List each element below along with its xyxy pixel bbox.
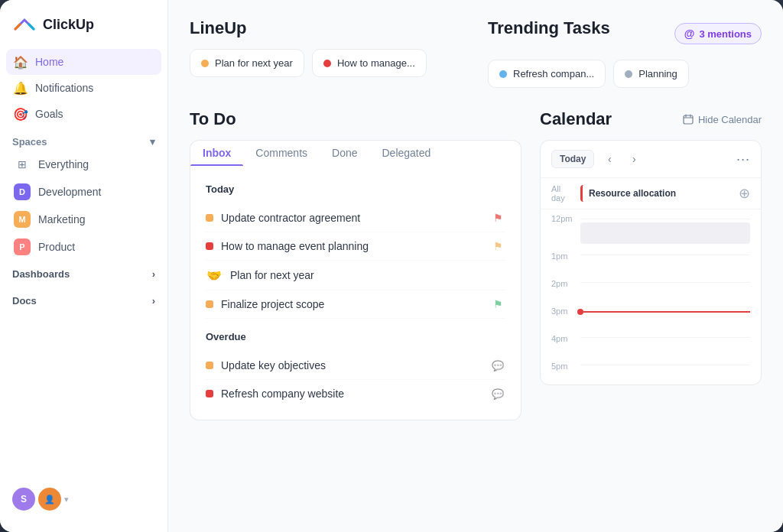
task-name-4: Update key objectives — [221, 359, 482, 371]
sidebar-item-everything[interactable]: ⊞ Everything — [6, 151, 161, 178]
calendar-event-block-12pm[interactable] — [580, 222, 750, 244]
sidebar-item-goals-label: Goals — [35, 108, 63, 120]
at-icon: @ — [684, 28, 695, 40]
trending-card-0[interactable]: Refresh compan... — [488, 60, 606, 88]
task-item-0[interactable]: Update contractor agreement ⚑ — [206, 204, 505, 232]
prev-arrow[interactable]: ‹ — [600, 150, 619, 168]
trending-card-1[interactable]: Planning — [613, 60, 689, 88]
trending-cards: Refresh compan... Planning — [488, 60, 762, 88]
calendar-section: Calendar Hide Calendar — [540, 109, 762, 420]
avatar-group[interactable]: S 👤 ▾ — [12, 488, 69, 511]
bell-icon: 🔔 — [14, 81, 28, 95]
task-priority-icon-1 — [206, 242, 213, 250]
resource-allocation-event[interactable]: Resource allocation — [580, 185, 733, 202]
trending-header: Trending Tasks @ 3 mentions — [488, 18, 762, 49]
time-line-4pm — [580, 337, 750, 338]
todo-section: To Do Inbox Comments Done — [190, 109, 521, 420]
task-name-1: How to manage event planning — [221, 240, 482, 252]
task-item-3[interactable]: Finalize project scope ⚑ — [206, 290, 505, 319]
task-priority-icon-3 — [206, 300, 213, 308]
dashboards-expand-icon: › — [152, 268, 155, 280]
task-flag-5: 💬 — [490, 386, 505, 401]
next-arrow[interactable]: › — [625, 150, 643, 168]
sidebar-item-marketing[interactable]: M Marketing — [6, 206, 161, 233]
docs-section[interactable]: Docs › — [0, 287, 167, 314]
now-indicator-dot — [577, 309, 583, 315]
time-label-2pm: 2pm — [551, 277, 574, 288]
sidebar: ClickUp 🏠 Home 🔔 Notifications 🎯 Goals S… — [0, 0, 168, 532]
marketing-space-dot: M — [14, 211, 31, 228]
sidebar-item-marketing-label: Marketing — [38, 213, 85, 225]
task-name-2: Plan for next year — [230, 269, 505, 281]
lineup-section: LineUp Plan for next year How to manage.… — [190, 18, 463, 88]
lineup-card-label-0: Plan for next year — [215, 57, 293, 69]
time-label-5pm: 5pm — [551, 360, 574, 371]
sidebar-item-development[interactable]: D Development — [6, 178, 161, 206]
add-event-icon[interactable]: ⊕ — [739, 185, 750, 202]
calendar-more-options[interactable]: ··· — [736, 151, 750, 167]
spaces-section-header: Spaces ▾ — [0, 127, 167, 151]
task-item-2[interactable]: 🤝 Plan for next year — [206, 261, 505, 290]
home-icon: 🏠 — [14, 55, 28, 69]
calendar-title: Calendar — [540, 109, 612, 129]
mentions-badge[interactable]: @ 3 mentions — [674, 23, 762, 44]
calendar-navigation: Today ‹ › ··· — [541, 141, 761, 178]
task-name-0: Update contractor agreement — [221, 212, 482, 224]
sidebar-item-notifications[interactable]: 🔔 Notifications — [6, 75, 161, 101]
lineup-card-0[interactable]: Plan for next year — [190, 49, 304, 77]
time-label-1pm: 1pm — [551, 250, 574, 261]
time-line-1pm — [580, 255, 750, 255]
time-label-4pm: 4pm — [551, 332, 574, 343]
sidebar-bottom: S 👤 ▾ — [0, 478, 167, 520]
hide-calendar-button[interactable]: Hide Calendar — [683, 114, 762, 125]
trending-section: Trending Tasks @ 3 mentions Refresh comp… — [488, 18, 762, 88]
todo-tabs-header: Inbox Comments Done Delegated — [190, 140, 521, 165]
development-space-dot: D — [14, 183, 31, 200]
tab-delegated[interactable]: Delegated — [370, 141, 443, 165]
avatar-user: 👤 — [38, 488, 61, 511]
lineup-card-1[interactable]: How to manage... — [312, 49, 427, 77]
dashboards-section[interactable]: Dashboards › — [0, 261, 167, 287]
sidebar-item-everything-label: Everything — [38, 158, 89, 170]
trending-title: Trending Tasks — [488, 18, 610, 38]
sidebar-navigation: 🏠 Home 🔔 Notifications 🎯 Goals — [0, 49, 167, 127]
all-day-label: All day — [551, 184, 574, 203]
logo: ClickUp — [0, 12, 167, 49]
spaces-collapse-icon[interactable]: ▾ — [150, 136, 155, 148]
tab-done[interactable]: Done — [320, 141, 369, 165]
goals-icon: 🎯 — [14, 107, 28, 121]
time-row-4pm: 4pm — [541, 329, 761, 357]
time-label-12pm: 12pm — [551, 212, 574, 223]
task-flag-3: ⚑ — [490, 297, 505, 312]
svg-rect-0 — [684, 115, 693, 124]
today-button[interactable]: Today — [551, 150, 594, 168]
sidebar-item-goals[interactable]: 🎯 Goals — [6, 101, 161, 127]
everything-icon: ⊞ — [14, 156, 31, 173]
task-flag-0: ⚑ — [490, 210, 505, 225]
calendar-icon — [683, 114, 694, 125]
task-item-5[interactable]: Refresh company website 💬 — [206, 380, 505, 407]
task-item-4[interactable]: Update key objectives 💬 — [206, 352, 505, 380]
trending-card-label-1: Planning — [638, 68, 677, 79]
spaces-label: Spaces — [12, 136, 47, 148]
sidebar-item-home-label: Home — [35, 56, 63, 68]
task-item-1[interactable]: How to manage event planning ⚑ — [206, 232, 505, 261]
top-section: LineUp Plan for next year How to manage.… — [190, 18, 762, 88]
tab-comments[interactable]: Comments — [243, 141, 320, 165]
sidebar-item-development-label: Development — [38, 186, 102, 198]
sidebar-item-product[interactable]: P Product — [6, 233, 161, 261]
mentions-label: 3 mentions — [699, 28, 752, 40]
lineup-title: LineUp — [190, 18, 463, 38]
time-row-12pm: 12pm — [541, 209, 761, 247]
sidebar-item-product-label: Product — [38, 241, 75, 253]
product-space-dot: P — [14, 238, 31, 255]
todo-calendar-section: To Do Inbox Comments Done — [190, 109, 762, 420]
clickup-logo-icon — [12, 12, 37, 37]
sidebar-item-home[interactable]: 🏠 Home — [6, 49, 161, 75]
avatar-dropdown-icon[interactable]: ▾ — [64, 495, 69, 504]
trending-dot-1 — [625, 70, 632, 78]
calendar-header: Calendar Hide Calendar — [540, 109, 762, 129]
avatar-s: S — [12, 488, 35, 511]
task-flag-4: 💬 — [490, 358, 505, 373]
tab-inbox[interactable]: Inbox — [190, 141, 243, 165]
